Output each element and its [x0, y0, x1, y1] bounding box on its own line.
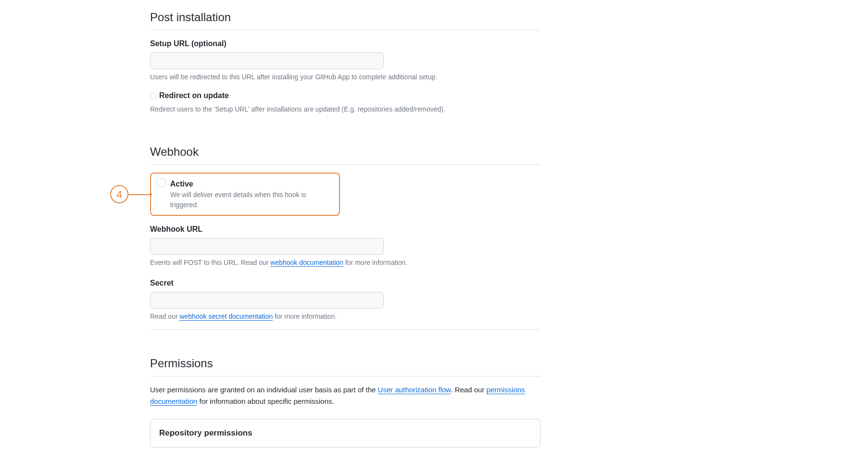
- secret-group: Secret Read our webhook secret documenta…: [150, 277, 541, 322]
- post-installation-heading: Post installation: [150, 9, 541, 30]
- active-checkbox[interactable]: [157, 178, 165, 187]
- secret-help: Read our webhook secret documentation fo…: [150, 312, 541, 322]
- secret-help-suffix: for more information.: [273, 312, 337, 320]
- webhook-documentation-link[interactable]: webhook documentation: [270, 259, 343, 267]
- active-callout-box: 4 Active We will deliver event details w…: [150, 173, 340, 216]
- active-description: We will deliver event details when this …: [170, 190, 333, 210]
- webhook-url-group: Webhook URL Events will POST to this URL…: [150, 224, 541, 268]
- user-authorization-flow-link[interactable]: User authorization flow: [378, 386, 451, 394]
- secret-label: Secret: [150, 277, 541, 289]
- permissions-para-suffix: for information about specific permissio…: [197, 397, 334, 405]
- permissions-para-prefix: User permissions are granted on an indiv…: [150, 386, 378, 394]
- redirect-on-update-label: Redirect on update: [159, 90, 229, 101]
- repository-permissions-header: Repository permissions: [151, 419, 540, 447]
- webhook-url-input[interactable]: [150, 238, 384, 255]
- setup-url-help: Users will be redirected to this URL aft…: [150, 72, 541, 82]
- callout-number-badge: 4: [110, 185, 128, 203]
- secret-help-prefix: Read our: [150, 312, 179, 320]
- webhook-section-divider: [150, 329, 541, 330]
- redirect-on-update-help: Redirect users to the 'Setup URL' after …: [150, 104, 541, 114]
- webhook-secret-documentation-link[interactable]: webhook secret documentation: [179, 312, 273, 321]
- setup-url-group: Setup URL (optional) Users will be redir…: [150, 38, 541, 82]
- repository-permissions-box[interactable]: Repository permissions: [150, 419, 541, 448]
- setup-url-input[interactable]: [150, 52, 384, 69]
- setup-url-label: Setup URL (optional): [150, 38, 541, 50]
- redirect-on-update-group: Redirect on update Redirect users to the…: [150, 90, 541, 114]
- redirect-on-update-checkbox[interactable]: [150, 93, 156, 99]
- secret-input[interactable]: [150, 292, 384, 309]
- webhook-heading: Webhook: [150, 143, 541, 165]
- active-label: Active: [170, 178, 333, 190]
- webhook-url-help-prefix: Events will POST to this URL. Read our: [150, 259, 270, 266]
- permissions-para-mid: . Read our: [451, 386, 486, 394]
- permissions-description: User permissions are granted on an indiv…: [150, 384, 541, 407]
- webhook-url-label: Webhook URL: [150, 224, 541, 235]
- webhook-url-help: Events will POST to this URL. Read our w…: [150, 258, 541, 268]
- webhook-url-help-suffix: for more information.: [343, 259, 407, 266]
- permissions-heading: Permissions: [150, 355, 541, 376]
- callout-dot: [150, 193, 152, 196]
- callout-line: [128, 194, 151, 195]
